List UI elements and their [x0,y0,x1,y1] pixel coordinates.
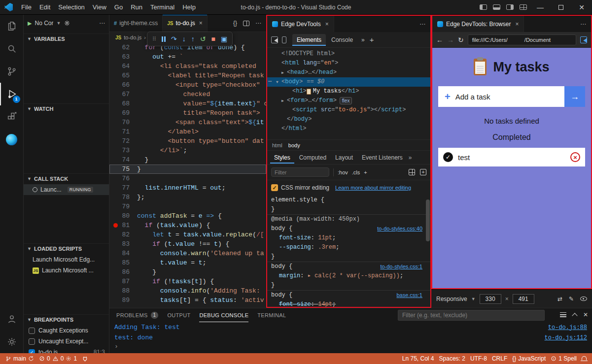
configure-gear-icon[interactable] [64,20,70,27]
panel-tab-output[interactable]: OUTPUT [167,308,190,322]
screencast-button[interactable]: ▣ [221,35,227,42]
settings-button[interactable] [0,331,24,353]
step-over-button[interactable]: ↷ [171,35,177,42]
code-line-67[interactable]: 67 checked [109,90,266,99]
stylesheet-link[interactable]: base.css:1 [396,291,430,300]
delete-task-button[interactable]: × [570,152,580,162]
close-icon[interactable]: × [199,20,203,27]
breakpoint-item[interactable]: ✓to-do.js81:3 [24,347,109,353]
split-editor-icon[interactable] [243,21,249,26]
problems-indicator[interactable]: 0 0 1 [36,353,79,364]
twisty-icon[interactable]: ▶ [281,96,287,105]
code-line-82[interactable]: 82 let t = task.value.replace(/[ [109,230,266,239]
dom-breadcrumb-html[interactable]: html [272,142,282,148]
code-line-77[interactable]: 77 list.innerHTML = out; [109,183,266,193]
new-style-rule-icon[interactable]: + [420,169,426,175]
debug-session-indicator[interactable] [79,353,91,364]
dom-node[interactable]: ▶<form>…</form>flex [267,96,430,105]
breakpoint-dot[interactable] [113,223,118,228]
checkbox[interactable] [29,328,35,334]
line-number[interactable]: 64 [109,62,137,71]
step-into-button[interactable]: ↓ [182,35,186,42]
menu-edit[interactable]: Edit [35,1,54,13]
breakpoint-item[interactable]: Uncaught Except... [24,336,109,347]
pause-button[interactable] [162,36,166,42]
minimize-button[interactable]: — [530,0,551,14]
submit-task-button[interactable]: → [564,86,585,107]
line-number[interactable]: 73 [109,146,137,155]
device-mode-select[interactable]: Responsive [436,296,467,302]
css-property[interactable]: --spacing: .3rem; [271,243,430,252]
devtools-tab-elements[interactable]: Elements [292,34,326,46]
call-stack-item[interactable]: Launc...RUNNING [24,184,109,195]
notifications-button[interactable] [579,353,589,364]
code-line-70[interactable]: 70 <span class="text">${it [109,118,266,127]
menu-view[interactable]: View [89,1,110,13]
accounts-button[interactable] [0,308,24,331]
section-call-stack[interactable]: ▼CALL STACK [24,173,109,183]
debug-config-select[interactable]: No Cor [35,20,53,27]
line-number[interactable]: 88 [109,286,137,296]
drag-grip-icon[interactable]: ⠿ [152,36,156,42]
back-icon[interactable]: ← [436,36,443,43]
stylesheet-link[interactable]: to-do-styles.css:40 [377,224,430,233]
loaded-script-item[interactable]: Launch Microsoft Edg... [24,254,109,265]
toggle-sidebar-button[interactable] [477,0,490,14]
forward-icon[interactable]: → [447,36,454,43]
menu-go[interactable]: Go [110,1,127,13]
filter-lines-icon[interactable] [560,312,566,317]
css-property[interactable]: font-size: 11pt; [271,233,430,243]
code-line-89[interactable]: 89 tasks[t] = { status: 'activ [109,296,266,305]
computed-grid-icon[interactable] [409,169,415,175]
pseudo-state-button[interactable]: :hov [338,169,348,175]
close-panel-icon[interactable]: ✕ [583,311,588,318]
menu-run[interactable]: Run [127,1,146,13]
panel-tab-debug-console[interactable]: DEBUG CONSOLE [199,308,248,322]
close-button[interactable]: ✕ [571,0,592,14]
twisty-icon[interactable]: ▼ [276,77,281,87]
code-line-88[interactable]: 88 console.info('Adding Task: [109,286,266,296]
restart-button[interactable]: ↺ [200,35,206,42]
console-filter-input[interactable] [398,310,545,321]
editor-tab-ight-theme-css[interactable]: #ight-theme.css [109,15,163,32]
more-actions-icon[interactable]: ⋯ [580,21,591,28]
code-line-76[interactable]: 76 [109,174,266,183]
dom-node[interactable]: <!DOCTYPE html> [267,49,430,59]
code-line-74[interactable]: 74 } [109,155,266,165]
line-number[interactable]: 87 [109,277,137,286]
inspect-element-icon[interactable] [271,36,278,43]
styles-tab-styles[interactable]: Styles [270,152,294,164]
line-number[interactable]: 77 [109,183,137,193]
toggle-panel-button[interactable] [490,0,503,14]
more-tabs-icon[interactable]: » [409,154,412,161]
styles-filter-input[interactable] [271,167,329,177]
encoding-setting[interactable]: UTF-8 [468,353,489,364]
menu-terminal[interactable]: Terminal [146,1,178,13]
code-line-63[interactable]: 63 out += ` [109,52,266,62]
section-variables[interactable]: ▼VARIABLES [24,33,109,43]
more-tabs-icon[interactable]: » [361,36,365,43]
code-line-73[interactable]: 73 </li>`; [109,146,266,155]
browser-editor-tab[interactable]: Edge DevTools: Browser × [432,16,524,32]
devtools-editor-tab[interactable]: Edge DevTools × [267,16,334,32]
cursor-position[interactable]: Ln 75, Col 4 [400,353,437,364]
braces-icon[interactable]: {} [233,20,237,27]
stop-button[interactable]: ■ [211,35,215,42]
sidebar-item-run-debug[interactable]: 1 [0,83,24,105]
edit-dimensions-icon[interactable]: ✎ [569,296,574,302]
debug-console[interactable]: Adding Task: testto-do.js:88test: doneto… [109,322,592,353]
line-number[interactable]: 76 [109,174,137,183]
add-class-icon[interactable]: + [364,169,367,175]
code-line-72[interactable]: 72 <button type="button" dat [109,136,266,146]
breakpoint-item[interactable]: Caught Exceptions [24,325,109,336]
dom-node[interactable]: ▶<head>…</head> [267,68,430,77]
line-number[interactable]: 86 [109,267,137,277]
dom-node[interactable]: <script src="to-do.js"></script> [267,105,430,115]
language-mode[interactable]: {}JavaScript [510,353,548,364]
code-editor[interactable]: 62 for (const item of done) {63 out += `… [109,43,266,308]
line-number[interactable]: 83 [109,239,137,249]
breadcrumb-item[interactable]: to-do.js [124,34,141,40]
more-actions-icon[interactable]: ⋯ [419,21,430,28]
line-number[interactable]: 78 [109,193,137,202]
rotate-viewport-icon[interactable]: ⇄ [557,296,562,302]
